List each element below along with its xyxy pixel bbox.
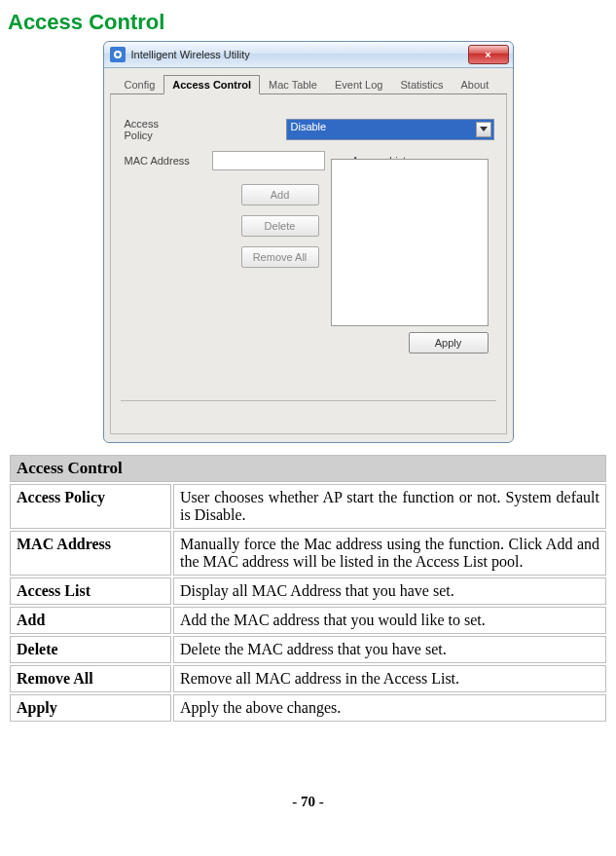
close-button[interactable]: × <box>468 45 509 64</box>
row-value: Add the MAC address that you would like … <box>173 607 606 634</box>
table-row: MAC Address Manually force the Mac addre… <box>10 531 606 576</box>
row-value: Display all MAC Address that you have se… <box>173 577 606 605</box>
row-value: Delete the MAC address that you have set… <box>173 636 606 663</box>
table-row: Access List Display all MAC Address that… <box>10 577 606 605</box>
app-window: Intelligent Wireless Utility × Config Ac… <box>103 41 514 443</box>
row-value: User chooses whether AP start the functi… <box>173 484 606 529</box>
table-row: Remove All Remove all MAC address in the… <box>10 665 606 692</box>
dialog-screenshot: Intelligent Wireless Utility × Config Ac… <box>8 41 608 443</box>
app-icon <box>110 47 126 62</box>
tab-about[interactable]: About <box>453 75 498 94</box>
window-title: Intelligent Wireless Utility <box>131 49 250 60</box>
tab-mac-table[interactable]: Mac Table <box>260 75 326 94</box>
access-policy-select[interactable]: Disable <box>286 119 494 140</box>
add-button[interactable]: Add <box>241 184 319 205</box>
mac-address-input[interactable] <box>212 151 325 170</box>
row-value: Manually force the Mac address using the… <box>173 531 606 576</box>
tab-config[interactable]: Config <box>116 75 164 94</box>
row-key: Access Policy <box>10 484 171 529</box>
access-list-box[interactable] <box>331 159 489 326</box>
row-key: Remove All <box>10 665 171 692</box>
row-key: Delete <box>10 636 171 663</box>
window-titlebar: Intelligent Wireless Utility × <box>104 42 513 68</box>
label-access-policy: Access Policy <box>125 118 169 141</box>
tab-statistics[interactable]: Statistics <box>391 75 452 94</box>
tab-access-control[interactable]: Access Control <box>163 75 260 94</box>
row-value: Apply the above changes. <box>173 694 606 722</box>
label-mac-address: MAC Address <box>125 155 212 167</box>
row-key: Apply <box>10 694 171 722</box>
page-title: Access Control <box>8 10 608 35</box>
tab-bar: Config Access Control Mac Table Event Lo… <box>110 74 507 94</box>
remove-all-button[interactable]: Remove All <box>241 246 319 268</box>
delete-button[interactable]: Delete <box>241 215 319 237</box>
description-table: Access Control Access Policy User choose… <box>8 453 608 724</box>
panel-divider <box>121 400 496 401</box>
tab-panel: Access Policy Disable MAC Address Access… <box>110 94 507 434</box>
tab-event-log[interactable]: Event Log <box>326 75 392 94</box>
table-row: Apply Apply the above changes. <box>10 694 606 722</box>
apply-button[interactable]: Apply <box>409 332 489 354</box>
page-number: - 70 - <box>8 794 608 810</box>
row-value: Remove all MAC address in the Access Lis… <box>173 665 606 692</box>
table-row: Delete Delete the MAC address that you h… <box>10 636 606 663</box>
svg-point-1 <box>116 53 120 56</box>
row-key: Add <box>10 607 171 634</box>
table-row: Add Add the MAC address that you would l… <box>10 607 606 634</box>
row-key: MAC Address <box>10 531 171 576</box>
table-header: Access Control <box>10 455 606 482</box>
table-row: Access Policy User chooses whether AP st… <box>10 484 606 529</box>
close-icon: × <box>485 49 490 60</box>
row-key: Access List <box>10 577 171 605</box>
